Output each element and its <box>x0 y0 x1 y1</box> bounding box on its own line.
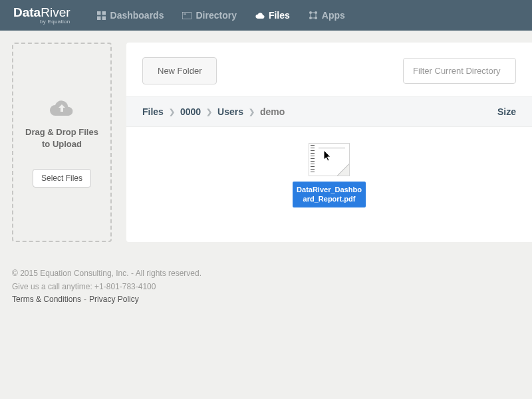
svg-rect-5 <box>184 13 186 14</box>
terms-link[interactable]: Terms & Conditions <box>12 295 81 304</box>
chevron-right-icon: ❯ <box>249 108 255 116</box>
chevron-right-icon: ❯ <box>169 108 175 116</box>
brand-name-b: River <box>41 5 70 19</box>
svg-point-6 <box>309 11 312 14</box>
new-folder-button[interactable]: New Folder <box>142 57 217 84</box>
breadcrumb-item[interactable]: Files <box>142 106 164 117</box>
nav-dashboards[interactable]: Dashboards <box>97 0 164 31</box>
file-browser-panel: New Folder Files ❯ 0000 ❯ Users ❯ demo S… <box>126 43 532 242</box>
breadcrumb-item[interactable]: Users <box>217 106 243 117</box>
nav-label: Apps <box>322 10 345 21</box>
chevron-right-icon: ❯ <box>206 108 212 116</box>
svg-rect-1 <box>102 11 106 15</box>
upload-cloud-icon <box>49 98 75 120</box>
footer-phone: Give us a call anytime: +1-801-783-4100 <box>12 281 201 293</box>
file-grid: DataRiver_Dashboard_Report.pdf <box>126 127 532 223</box>
breadcrumb-item[interactable]: 0000 <box>180 106 201 117</box>
upload-title: Drag & Drop Files to Upload <box>25 126 98 150</box>
file-item[interactable]: DataRiver_Dashboard_Report.pdf <box>293 143 366 207</box>
svg-point-7 <box>315 11 317 14</box>
breadcrumb: Files ❯ 0000 ❯ Users ❯ demo Size <box>126 96 532 127</box>
breadcrumb-item-current: demo <box>260 106 285 117</box>
svg-rect-4 <box>182 12 192 19</box>
file-name-label: DataRiver_Dashboard_Report.pdf <box>293 182 366 207</box>
nav-apps[interactable]: Apps <box>309 0 345 31</box>
nav-label: Directory <box>196 10 236 21</box>
privacy-link[interactable]: Privacy Policy <box>89 295 139 304</box>
svg-rect-0 <box>97 11 101 15</box>
top-nav: Dashboards Directory Files Apps <box>97 0 345 31</box>
nav-label: Dashboards <box>110 10 164 21</box>
grid-icon <box>97 11 106 20</box>
nav-directory[interactable]: Directory <box>182 0 236 31</box>
filter-input[interactable] <box>403 58 516 84</box>
svg-rect-3 <box>102 16 106 20</box>
toolbar: New Folder <box>126 43 532 96</box>
brand-name-a: Data <box>13 5 41 19</box>
footer-copyright: © 2015 Equation Consulting, Inc. - All r… <box>12 267 201 280</box>
cloud-icon <box>255 11 265 20</box>
brand-subtitle: by Equation <box>13 19 70 25</box>
nav-label: Files <box>269 10 290 21</box>
column-header-size[interactable]: Size <box>497 106 516 117</box>
card-icon <box>182 11 192 20</box>
nav-files[interactable]: Files <box>255 0 290 31</box>
select-files-button[interactable]: Select Files <box>33 169 91 188</box>
file-thumbnail-icon <box>309 143 350 176</box>
svg-point-9 <box>315 17 317 19</box>
svg-point-8 <box>309 17 312 19</box>
page-footer: © 2015 Equation Consulting, Inc. - All r… <box>12 267 201 306</box>
brand-logo[interactable]: DataRiver by Equation <box>13 6 70 25</box>
apps-icon <box>309 11 318 20</box>
svg-rect-2 <box>97 16 101 20</box>
app-header: DataRiver by Equation Dashboards Directo… <box>0 0 532 31</box>
upload-dropzone[interactable]: Drag & Drop Files to Upload Select Files <box>12 43 112 242</box>
